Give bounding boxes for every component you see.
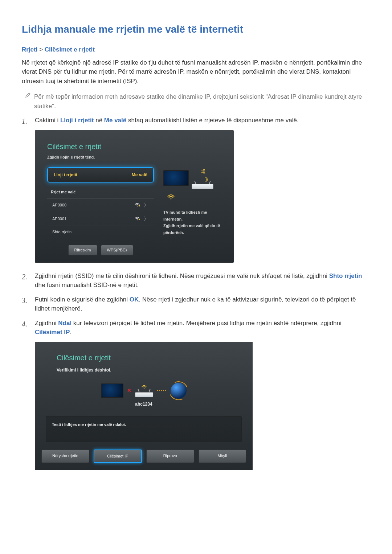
step-text: Futni kodin e sigurisë dhe zgjidhni	[35, 296, 130, 303]
step-text: .	[70, 329, 72, 336]
pencil-note-icon	[22, 92, 34, 111]
connection-diagram: ꤀(( ))	[163, 167, 221, 202]
kw-ok: OK	[130, 296, 139, 303]
wireless-section-label: Rrjet me valë	[51, 189, 154, 195]
note-row: Për më tepër informacion rreth adresave …	[22, 92, 370, 111]
help-text-2: Zgjidh rrjetin me valë që do të përdorës…	[163, 222, 221, 236]
step-text: Caktimi i	[35, 117, 60, 124]
step-text: kur televizori përpiqet të lidhet me rrj…	[72, 320, 342, 327]
breadcrumb-settings: Cilësimet e rrjetit	[45, 46, 95, 53]
ap-name: AP0001	[52, 216, 66, 222]
status-message-box: Testi i lidhjes me rrjetin me valë ndalo…	[46, 416, 242, 443]
step-3: Futni kodin e sigurisë dhe zgjidhni OK. …	[22, 295, 370, 313]
step-text: në	[94, 117, 104, 124]
tv-subtitle: Zgjidh llojin e rrjetit tënd.	[47, 154, 221, 160]
tv-subtitle: Verifikimi i lidhjes dështoi.	[57, 367, 231, 373]
router-icon	[192, 184, 213, 189]
ap-item[interactable]: AP0000 〉	[47, 198, 154, 212]
kw-ip-settings: Cilësimet IP	[35, 329, 70, 336]
tv-title: Cilësimet e rrjetit	[47, 141, 221, 152]
ap-name: AP0000	[52, 202, 66, 208]
tv-title: Cilësimet e rrjetit	[57, 352, 231, 363]
step-2: Zgjidhni rrjetin (SSID) me të cilin dësh…	[22, 271, 370, 290]
retry-button[interactable]: Riprovo	[146, 450, 194, 463]
wps-button[interactable]: WPS(PBC)	[101, 245, 133, 255]
svg-point-4	[170, 198, 171, 199]
ssid-label: abc1234	[57, 401, 231, 407]
step-text: Zgjidhni rrjetin (SSID) me të cilin dësh…	[35, 272, 329, 279]
kw-wireless: Me valë	[104, 117, 126, 124]
svg-point-2	[137, 219, 138, 220]
x-fail-icon: ✕	[127, 387, 131, 394]
chevron-right-icon: 〉	[144, 201, 149, 209]
chevron-right-icon: 〉	[144, 215, 149, 223]
breadcrumb: Rrjeti > Cilësimet e rrjetit	[22, 45, 370, 54]
dots-icon: •••••	[157, 388, 167, 393]
network-type-selector[interactable]: Lloji i rrjetit Me valë	[47, 167, 154, 182]
close-button[interactable]: Mbyll	[199, 450, 246, 463]
step-text: shfaq automatikisht listën e rrjeteve të…	[126, 117, 298, 124]
wifi-waves-icon	[167, 193, 175, 202]
ip-settings-button[interactable]: Cilësimet IP	[94, 450, 142, 463]
ap-list: AP0000 〉 AP0001	[47, 198, 154, 238]
ap-item[interactable]: AP0001 〉	[47, 212, 154, 226]
help-text-1: TV mund ta lidhësh me internetin.	[163, 209, 221, 222]
tv-screenshot-connection-failed: Cilësimet e rrjetit Verifikimi i lidhjes…	[35, 342, 253, 470]
connection-diagram: ✕ •••••	[57, 383, 231, 399]
kw-add-network: Shto rrjetin	[329, 272, 362, 279]
wifi-icon	[141, 384, 147, 391]
svg-point-0	[137, 205, 138, 206]
tv-icon	[101, 383, 123, 398]
note-text: Për më tepër informacion rreth adresave …	[34, 92, 370, 111]
step-1: Caktimi i Lloji i rrjetit në Me valë shf…	[22, 116, 370, 263]
change-network-button[interactable]: Ndrysho rrjetin	[41, 450, 89, 463]
tv-screenshot-network-list: Cilësimet e rrjetit Zgjidh llojin e rrje…	[35, 130, 234, 263]
kw-stop: Ndal	[58, 320, 72, 327]
step-text: dhe fusni manualisht SSID-në e rrjetit.	[35, 282, 139, 288]
wifi-signal-right-icon: ))	[205, 176, 207, 183]
wifi-lock-icon	[134, 201, 140, 209]
network-type-label: Lloji i rrjetit	[54, 172, 77, 178]
step-4: Zgjidhni Ndal kur televizori përpiqet të…	[22, 319, 370, 470]
refresh-button[interactable]: Rifreskim	[68, 245, 97, 255]
svg-rect-3	[139, 219, 140, 220]
breadcrumb-sep: >	[37, 46, 44, 53]
status-message: Testi i lidhjes me rrjetin me valë ndalo…	[52, 422, 126, 427]
wifi-lock-icon	[134, 215, 140, 223]
intro-text: Në rrjetet që kërkojnë një adresë IP sta…	[22, 58, 370, 86]
step-text: Zgjidhni	[35, 320, 58, 327]
page-title: Lidhja manuale me rrjetin me valë të int…	[22, 22, 370, 37]
tv-icon	[163, 170, 189, 186]
network-type-value: Me valë	[132, 172, 147, 178]
breadcrumb-rrjeti: Rrjeti	[22, 46, 37, 53]
add-network[interactable]: Shto rrjetin	[47, 226, 154, 238]
router-icon	[135, 392, 153, 397]
svg-point-5	[144, 388, 144, 389]
svg-rect-1	[139, 205, 140, 206]
wifi-signal-left-icon: ꤀((	[200, 167, 204, 175]
globe-icon	[171, 383, 187, 399]
kw-network-type: Lloji i rrjetit	[60, 117, 94, 124]
